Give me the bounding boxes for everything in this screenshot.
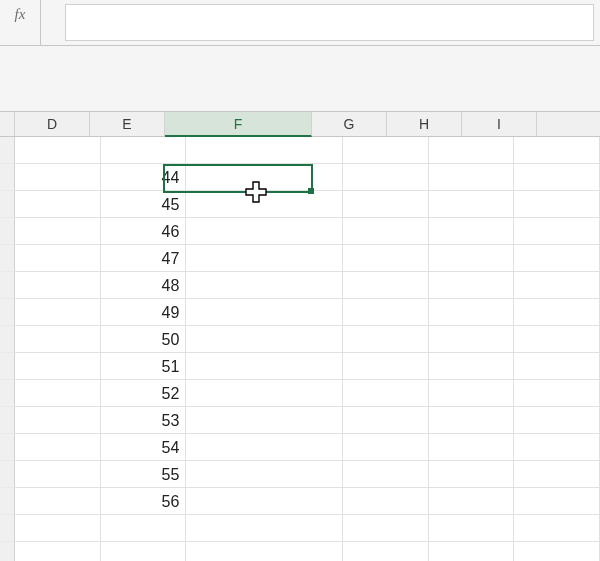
cell[interactable] — [186, 245, 342, 272]
cell[interactable] — [343, 137, 429, 164]
cell[interactable] — [186, 272, 342, 299]
cell[interactable] — [186, 164, 342, 191]
cell[interactable] — [186, 542, 342, 561]
cell[interactable] — [101, 137, 187, 164]
cell[interactable] — [15, 137, 101, 164]
cell[interactable] — [15, 272, 101, 299]
cell[interactable] — [514, 272, 600, 299]
cell[interactable] — [186, 434, 342, 461]
cell[interactable] — [514, 245, 600, 272]
cell[interactable] — [343, 434, 429, 461]
cell[interactable]: 54 — [101, 434, 187, 461]
cell[interactable] — [514, 137, 600, 164]
cell[interactable] — [429, 245, 515, 272]
col-header-d[interactable]: D — [15, 112, 90, 136]
cell[interactable] — [514, 218, 600, 245]
cell[interactable] — [15, 299, 101, 326]
cell[interactable] — [186, 407, 342, 434]
cell[interactable]: 45 — [101, 191, 187, 218]
cell[interactable] — [343, 272, 429, 299]
cell[interactable] — [514, 515, 600, 542]
cell[interactable] — [15, 218, 101, 245]
cell[interactable] — [343, 326, 429, 353]
fx-icon[interactable]: fx — [0, 0, 41, 45]
cell[interactable] — [15, 353, 101, 380]
cell[interactable]: 46 — [101, 218, 187, 245]
cell[interactable] — [101, 515, 187, 542]
cell[interactable] — [343, 515, 429, 542]
cell[interactable] — [343, 218, 429, 245]
cell[interactable] — [15, 191, 101, 218]
cell[interactable] — [15, 542, 101, 561]
cell[interactable] — [429, 326, 515, 353]
cell[interactable] — [186, 218, 342, 245]
cell[interactable] — [514, 164, 600, 191]
cell[interactable]: 48 — [101, 272, 187, 299]
cell[interactable] — [15, 407, 101, 434]
cell[interactable] — [343, 407, 429, 434]
cell[interactable] — [429, 137, 515, 164]
cell[interactable] — [343, 353, 429, 380]
cell[interactable] — [514, 326, 600, 353]
cell[interactable] — [186, 488, 342, 515]
cell[interactable] — [186, 461, 342, 488]
cell[interactable] — [343, 164, 429, 191]
cell[interactable] — [429, 299, 515, 326]
cell[interactable] — [15, 164, 101, 191]
cell[interactable] — [429, 164, 515, 191]
cell[interactable] — [514, 380, 600, 407]
cell[interactable] — [514, 191, 600, 218]
cell[interactable] — [429, 488, 515, 515]
cell[interactable] — [15, 326, 101, 353]
col-header-e[interactable]: E — [90, 112, 165, 136]
cell[interactable]: 49 — [101, 299, 187, 326]
cell[interactable]: 47 — [101, 245, 187, 272]
cell[interactable]: 50 — [101, 326, 187, 353]
cell[interactable] — [343, 461, 429, 488]
cell[interactable] — [514, 542, 600, 561]
cell[interactable] — [343, 542, 429, 561]
cell[interactable] — [429, 353, 515, 380]
cell[interactable] — [429, 461, 515, 488]
cell[interactable] — [186, 515, 342, 542]
cell[interactable] — [429, 218, 515, 245]
cell[interactable] — [514, 461, 600, 488]
cell[interactable] — [514, 407, 600, 434]
cell[interactable] — [429, 191, 515, 218]
col-header-h[interactable]: H — [387, 112, 462, 136]
cell[interactable] — [186, 299, 342, 326]
cell[interactable] — [514, 353, 600, 380]
select-all-corner[interactable] — [0, 112, 15, 136]
cell[interactable] — [15, 245, 101, 272]
cell[interactable] — [15, 461, 101, 488]
cell[interactable] — [15, 434, 101, 461]
cell[interactable] — [15, 488, 101, 515]
col-header-g[interactable]: G — [312, 112, 387, 136]
cell[interactable]: 55 — [101, 461, 187, 488]
cell[interactable] — [514, 488, 600, 515]
cell[interactable] — [429, 407, 515, 434]
col-header-f[interactable]: F — [165, 112, 312, 137]
cell[interactable]: 51 — [101, 353, 187, 380]
cell[interactable]: 56 — [101, 488, 187, 515]
cell[interactable] — [429, 542, 515, 561]
cell[interactable] — [186, 353, 342, 380]
cell[interactable] — [343, 380, 429, 407]
cell[interactable] — [343, 488, 429, 515]
cell[interactable] — [343, 299, 429, 326]
cell[interactable] — [514, 434, 600, 461]
cell[interactable] — [15, 380, 101, 407]
cell[interactable] — [429, 434, 515, 461]
cell[interactable] — [186, 137, 342, 164]
cell[interactable] — [186, 380, 342, 407]
grid[interactable]: 44 45 46 47 48 49 50 51 52 53 54 55 56 — [0, 137, 600, 561]
cell[interactable] — [343, 245, 429, 272]
cell[interactable] — [343, 191, 429, 218]
cell[interactable]: 53 — [101, 407, 187, 434]
cell[interactable] — [429, 272, 515, 299]
col-header-i[interactable]: I — [462, 112, 537, 136]
cell[interactable]: 44 — [101, 164, 187, 191]
formula-input[interactable] — [65, 4, 594, 41]
cell[interactable]: 52 — [101, 380, 187, 407]
cell[interactable] — [186, 326, 342, 353]
